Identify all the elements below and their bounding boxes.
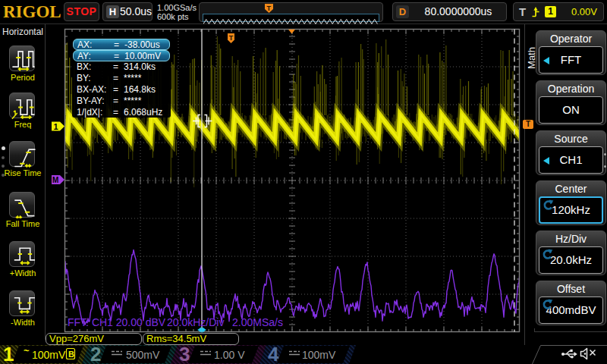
- svg-text:100mV: 100mV: [32, 349, 66, 361]
- svg-text:3: 3: [179, 343, 190, 364]
- svg-text:2: 2: [90, 343, 101, 364]
- svg-text:500mV: 500mV: [126, 349, 160, 361]
- svg-text:T: T: [229, 34, 234, 42]
- svg-text:2.00MSa/s: 2.00MSa/s: [232, 316, 283, 328]
- svg-text:100mV: 100mV: [302, 349, 336, 361]
- svg-text:T: T: [267, 5, 272, 12]
- svg-text:~: ~: [24, 345, 30, 356]
- svg-text:1: 1: [54, 122, 58, 131]
- svg-text:20.0kHz/Div: 20.0kHz/Div: [167, 316, 224, 328]
- svg-text:FFT: CH1 20.00 dBV: FFT: CH1 20.00 dBV: [68, 316, 166, 328]
- svg-text:1: 1: [3, 343, 14, 364]
- svg-text:B: B: [68, 350, 74, 359]
- svg-text:4: 4: [268, 343, 279, 364]
- svg-text:M: M: [52, 176, 58, 184]
- svg-text:1.00 V: 1.00 V: [214, 349, 245, 361]
